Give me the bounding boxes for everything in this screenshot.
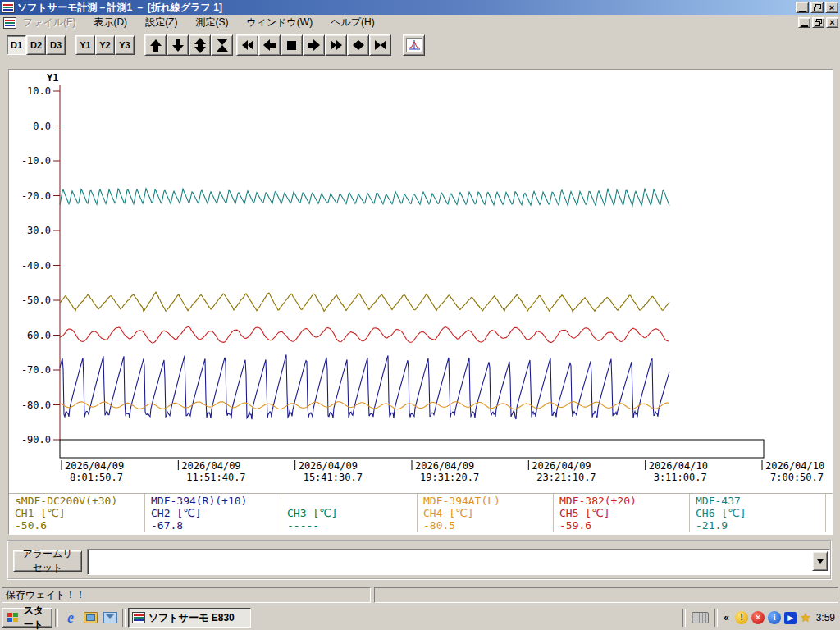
alarm-reset-button[interactable]: アラームリセット [13,550,82,572]
mdi-close-button[interactable]: × [826,17,838,28]
legend-cell-ch5: MDF-382(+20)CH5 [℃]-59.6 [554,494,690,532]
channel-value: -21.9 [696,519,825,532]
display-button-d3[interactable]: D3 [46,35,66,55]
alarm-combobox[interactable] [87,549,830,575]
channel-label: CH4 [℃] [423,507,553,519]
warning-shield-icon[interactable]: ! [735,611,748,624]
display-button-d2[interactable]: D2 [26,35,46,55]
channel-name: MDF-382(+20) [559,495,689,507]
legend-cell-ch6: MDF-437CH6 [℃]-21.9 [690,494,826,532]
display-button-d1[interactable]: D1 [7,35,26,55]
legend-cell-ch3: CH3 [℃]----- [281,494,418,532]
menu-item-file[interactable]: ファイル(F) [23,16,75,30]
tray-separator [714,609,718,627]
mdi-minimize-button[interactable] [798,17,810,28]
left-arrow-icon [263,39,276,51]
show-desktop-icon[interactable] [82,609,98,626]
fast-forward-button[interactable] [325,34,347,56]
collapse-vertical-button[interactable] [211,34,233,56]
app-icon [2,2,15,13]
graph-settings-button[interactable] [403,34,425,56]
svg-text:2026/04/09: 2026/04/09 [532,460,591,472]
close-button[interactable]: × [825,2,838,13]
outlook-express-icon[interactable] [102,609,118,626]
system-tray: « ! ✕ i ▶ ★ 3:59 [680,609,838,627]
svg-text:23:21:10.7: 23:21:10.7 [536,472,596,483]
channel-name: MDF-394(R)(+10) [151,495,281,507]
task-button-softthermo[interactable]: ソフトサーモ E830 [128,608,251,628]
channel-value: -50.6 [15,519,144,532]
channel-name [287,495,417,507]
restore-button[interactable] [810,2,824,13]
expand-horizontal-button[interactable] [347,34,369,56]
channel-label: CH5 [℃] [559,507,689,519]
yaxis-button-y1[interactable]: Y1 [75,35,95,55]
menu-item-view[interactable]: 表示(D) [94,16,127,30]
collapse-horizontal-button[interactable] [369,34,391,56]
mdi-restore-button[interactable] [812,17,824,28]
status-message-panel: 保存ウェイト！！ [2,587,371,603]
chart-plot[interactable]: Y110.00.0-10.0-20.0-30.0-40.0-50.0-60.0-… [9,70,833,491]
menu-item-setting[interactable]: 設定(Z) [145,16,177,30]
svg-text:3:11:00.7: 3:11:00.7 [654,472,707,483]
channel-label: CH3 [℃] [287,507,417,519]
channel-value: -80.5 [423,519,553,532]
alarm-combo-dropdown-button[interactable] [812,551,828,571]
yaxis-button-y2[interactable]: Y2 [95,35,115,55]
status-bar: 保存ウェイト！！ [0,584,840,605]
play-icon[interactable]: ▶ [784,612,797,624]
menu-item-measure[interactable]: 測定(S) [195,16,228,30]
svg-text:2026/04/10: 2026/04/10 [765,460,824,472]
info-balloon-icon[interactable]: i [768,611,781,624]
svg-text:-60.0: -60.0 [21,330,51,341]
title-bar: ソフトサーモ計測－計測1 － [折れ線グラフ 1] × [0,0,840,15]
yaxis-button-y3[interactable]: Y3 [115,35,135,55]
legend-cell-ch2: MDF-394(R)(+10)CH2 [℃]-67.8 [145,494,281,532]
start-button[interactable]: スタート [2,608,52,628]
svg-text:Y1: Y1 [47,72,58,84]
channel-label: CH6 [℃] [696,507,825,519]
up-arrow-icon [150,39,162,52]
restore-icon [815,19,822,26]
hourglass-icon [217,39,228,52]
chevron-icon[interactable]: « [724,612,732,623]
minimize-button[interactable] [796,2,809,13]
step-right-button[interactable] [303,34,325,56]
step-left-button[interactable] [258,34,281,56]
collapse-horizontal-icon [375,40,386,50]
menu-bar: ファイル(F)表示(D)設定(Z)測定(S)ウィンドウ(W)ヘルプ(H) × [0,15,840,31]
taskbar-separator [122,609,126,627]
menu-item-help[interactable]: ヘルプ(H) [331,16,375,30]
app-icon [132,612,145,623]
internet-explorer-icon[interactable]: e [62,609,79,626]
svg-text:0.0: 0.0 [33,121,51,132]
svg-text:-80.0: -80.0 [21,399,51,411]
expand-horizontal-icon [353,40,364,50]
scroll-up-button[interactable] [144,34,167,56]
svg-text:2026/04/10: 2026/04/10 [649,460,708,472]
svg-text:2026/04/09: 2026/04/09 [181,460,240,472]
task-button-label: ソフトサーモ E830 [148,611,235,625]
mdi-child-icon[interactable] [3,17,16,29]
channel-legend: sMDF-DC200V(+30)CH1 [℃]-50.6MDF-394(R)(+… [9,493,833,533]
menu-item-window[interactable]: ウィンドウ(W) [246,16,313,30]
svg-text:-30.0: -30.0 [21,225,51,236]
close-icon: × [829,18,834,27]
error-shield-icon[interactable]: ✕ [751,611,765,624]
taskbar-clock[interactable]: 3:59 [816,612,835,623]
scroll-down-button[interactable] [167,34,189,56]
stop-button[interactable] [281,34,303,56]
rewind-button[interactable] [236,34,258,56]
keyboard-icon[interactable] [692,612,709,623]
channel-label: CH2 [℃] [151,507,281,519]
svg-text:11:51:40.7: 11:51:40.7 [186,472,245,483]
svg-text:-20.0: -20.0 [21,190,51,202]
legend-cell-ch4: MDF-394AT(L)CH4 [℃]-80.5 [418,494,554,532]
svg-text:2026/04/09: 2026/04/09 [299,460,358,472]
up-down-arrow-icon [194,38,206,53]
expand-vertical-button[interactable] [189,34,211,56]
star-icon[interactable]: ★ [800,610,810,625]
svg-text:10.0: 10.0 [27,85,51,97]
taskbar: スタート e ソフトサーモ E830 « ! ✕ i ▶ ★ 3:59 [0,605,840,630]
svg-text:8:01:50.7: 8:01:50.7 [70,472,123,483]
